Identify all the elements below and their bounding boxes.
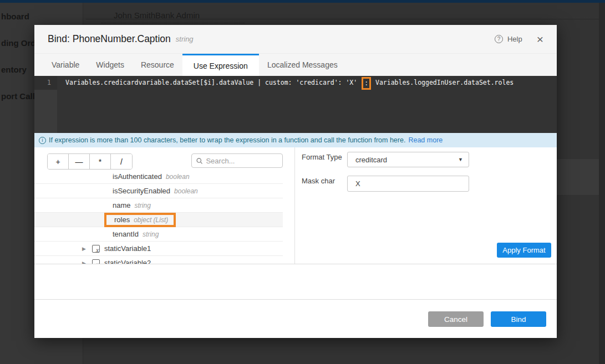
close-icon[interactable]: × [537, 33, 543, 45]
expression-highlighted-colon: : [362, 77, 371, 90]
sidebar-item-support-calls[interactable]: port Calls [1, 91, 39, 101]
dialog-header: Bind: PhoneNumber.Caption string ? Help … [34, 25, 557, 54]
dialog-title: Bind: PhoneNumber.Caption [48, 33, 171, 45]
canvas-scrollbar[interactable] [599, 3, 605, 364]
roles-highlight-box: roles object (List) [104, 213, 176, 227]
bind-button[interactable]: Bind [491, 311, 546, 327]
hint-message: If expression is more than 100 character… [49, 136, 405, 144]
tab-widgets[interactable]: Widgets [88, 54, 133, 76]
tab-use-expression[interactable]: Use Expression [182, 54, 259, 76]
tree-row-isSecurityEnabled[interactable]: isSecurityEnabled boolean [34, 184, 283, 198]
cancel-button[interactable]: Cancel [428, 311, 484, 327]
expression-hint-banner: i If expression is more than 100 charact… [34, 133, 557, 147]
dialog-footer: Cancel Bind [34, 300, 557, 338]
apply-format-button[interactable]: Apply Format [497, 243, 551, 258]
dialog-body: + — * / isAuthenticated boolean [34, 147, 557, 264]
search-input[interactable] [206, 157, 278, 165]
sidebar-item-dashboard[interactable]: hboard [1, 12, 29, 21]
tree-row-isAuthenticated[interactable]: isAuthenticated boolean [34, 172, 283, 184]
tree-row-label: staticVariable2 [104, 259, 151, 264]
dialog-tabs: Variable Widgets Resource Use Expression… [34, 54, 557, 76]
dialog-spacer [34, 264, 557, 300]
tab-localized-messages[interactable]: Localized Messages [259, 54, 346, 76]
format-type-select[interactable]: creditcard ▼ [347, 152, 469, 167]
screen: hboard ding Order entory port Calls John… [0, 0, 605, 364]
tree-row-label: name [113, 201, 131, 209]
canvas-widget-outline [101, 23, 245, 23]
expression-before: Variables.credicardvariable.dataSet[$i].… [65, 79, 361, 86]
minus-operator-button[interactable]: — [69, 154, 90, 169]
search-icon [196, 157, 202, 165]
tree-row-label: isSecurityEnabled [113, 187, 170, 195]
bind-dialog: Bind: PhoneNumber.Caption string ? Help … [34, 25, 557, 338]
tree-row-staticVariable1[interactable]: ▶ x staticVariable1 [34, 242, 283, 256]
variables-pane: + — * / isAuthenticated boolean [34, 147, 294, 264]
expand-arrow-icon[interactable]: ▶ [82, 246, 86, 252]
tab-variable[interactable]: Variable [43, 54, 88, 76]
plus-operator-button[interactable]: + [48, 154, 69, 169]
tree-row-type: string [135, 202, 151, 209]
format-pane: Format Type creditcard ▼ Mask char Apply… [294, 147, 557, 264]
chevron-down-icon: ▼ [458, 157, 463, 162]
info-icon: i [39, 137, 46, 144]
read-more-link[interactable]: Read more [408, 136, 443, 144]
variable-tree: isAuthenticated boolean isSecurityEnable… [34, 172, 294, 264]
format-type-value: creditcard [355, 156, 387, 164]
mask-char-label: Mask char [302, 177, 335, 185]
tree-row-type: object (List) [134, 216, 168, 224]
help-link[interactable]: Help [507, 35, 522, 43]
editor-gutter: 1 [34, 76, 57, 133]
help-icon[interactable]: ? [495, 35, 503, 43]
format-type-label: Format Type [302, 153, 342, 161]
expression-editor[interactable]: 1 Variables.credicardvariable.dataSet[$i… [34, 76, 557, 133]
variable-x-icon: x [92, 245, 100, 253]
expression-code-line[interactable]: Variables.credicardvariable.dataSet[$i].… [65, 76, 514, 90]
operator-button-group: + — * / [47, 153, 133, 170]
tree-row-label: staticVariable1 [104, 244, 151, 253]
tree-row-label: roles [114, 216, 130, 224]
tree-row-type: string [143, 230, 159, 238]
tree-row-staticVariable2[interactable]: ▶ x staticVariable2 [34, 256, 283, 264]
expression-after: Variables.loggedInUser.dataSet.roles [372, 79, 514, 86]
tree-row-label: tenantId [113, 230, 139, 238]
canvas-dotted-divider [86, 19, 599, 19]
multiply-operator-button[interactable]: * [90, 154, 111, 169]
tree-row-type: boolean [174, 187, 198, 195]
tree-row-roles-selected[interactable]: roles object (List) [34, 213, 283, 227]
dialog-title-type: string [176, 35, 194, 43]
tree-row-tenantId[interactable]: tenantId string [34, 227, 283, 242]
tree-row-type: boolean [166, 173, 190, 181]
sidebar-item-inventory[interactable]: entory [1, 65, 27, 74]
editor-line-number: 1 [34, 76, 51, 90]
mask-char-input[interactable] [347, 176, 469, 192]
tab-resource[interactable]: Resource [133, 54, 182, 76]
divide-operator-button[interactable]: / [111, 154, 132, 169]
variable-search [191, 153, 283, 168]
variable-x-icon: x [92, 259, 100, 264]
tree-row-name[interactable]: name string [34, 198, 283, 213]
tree-row-label: isAuthenticated [113, 172, 162, 181]
